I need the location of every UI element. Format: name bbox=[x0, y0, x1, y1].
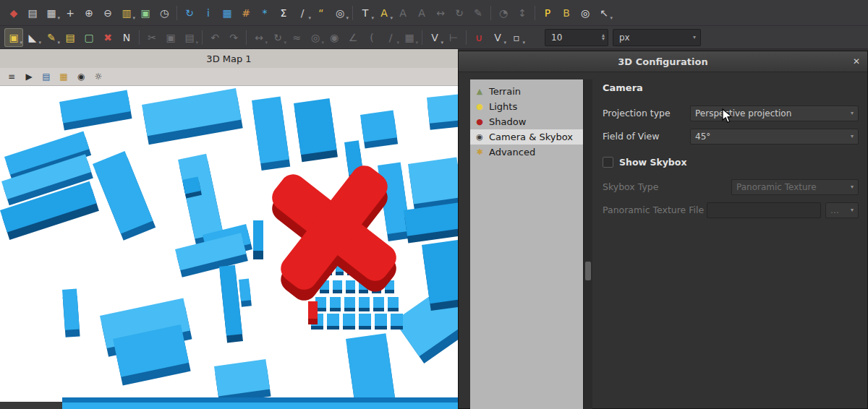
move-feature-icon[interactable]: ↔ ▾ bbox=[250, 28, 268, 47]
text-annotation-icon[interactable]: T ▾ bbox=[356, 4, 375, 22]
camera-control-icon[interactable]: ≡ bbox=[4, 69, 19, 84]
add-record-icon[interactable]: ▢ ▾ bbox=[80, 28, 98, 47]
pin-labels-icon[interactable]: A ▾ bbox=[393, 4, 412, 22]
rotate-feature-icon[interactable]: ↻ ▾ bbox=[268, 28, 287, 47]
save-layer-edits-icon[interactable]: ▤ ▾ bbox=[61, 28, 80, 47]
configure-icon[interactable]: ☼ bbox=[91, 69, 106, 84]
dialog-titlebar[interactable]: 3D Configuration ✕ bbox=[459, 51, 867, 72]
vertex-editor-panel-icon[interactable]: V ▾ bbox=[425, 28, 444, 47]
nav-item-shadow[interactable]: ● Shadow bbox=[470, 114, 583, 129]
show-skybox-label: Show Skybox bbox=[619, 157, 686, 168]
digitizing-buttons: ▣ ▾ ◣ ▾ ✎ ▾ ▤ ▾ ▢ ▾ ✖ ▾ N ▾ ✂ ▾ ▣ ▾ ▤ ▾ bbox=[4, 28, 526, 47]
python-console-icon[interactable]: P ▾ bbox=[538, 4, 557, 22]
toolbar-icon-glyph: ✖ bbox=[103, 33, 112, 43]
export-scene-icon[interactable]: ▦ bbox=[56, 69, 71, 84]
bookmarks-icon[interactable]: ▥ ▾ bbox=[117, 4, 136, 22]
label-options-icon[interactable]: A ▾ bbox=[375, 4, 393, 22]
open-data-source-icon[interactable]: ▤ ▾ bbox=[23, 4, 42, 22]
tracing-icon[interactable]: ▫ ▾ bbox=[507, 28, 526, 47]
whats-this-icon[interactable]: ↖ ▾ bbox=[595, 4, 613, 22]
reshape-features-icon[interactable]: ∠ ▾ bbox=[344, 28, 362, 47]
toggle-editing-icon[interactable]: ✎ ▾ bbox=[42, 28, 61, 47]
show-skybox-checkbox[interactable] bbox=[603, 157, 613, 168]
snapping-magnet-icon[interactable]: ∪ ▾ bbox=[469, 28, 488, 47]
split-features-icon[interactable]: / ▾ bbox=[381, 28, 400, 47]
style-manager-icon[interactable]: ◆ ▾ bbox=[4, 4, 23, 22]
toolbar-icon-glyph: ↻ bbox=[455, 8, 464, 18]
paste-features-icon[interactable]: ▤ ▾ bbox=[180, 28, 199, 47]
plugin-manager-icon[interactable]: B ▾ bbox=[557, 4, 576, 22]
snapping-mode-icon[interactable]: V ▾ bbox=[488, 28, 507, 47]
zoom-to-selection-icon[interactable]: ◎ ▾ bbox=[331, 4, 349, 22]
move-diagram-icon[interactable]: ↕ ▾ bbox=[513, 4, 532, 22]
zoom-in-icon[interactable]: ⊕ ▾ bbox=[80, 4, 98, 22]
projection-type-combo[interactable]: Perspective projection ▾ bbox=[690, 106, 859, 121]
statistical-summary-icon[interactable]: Σ ▾ bbox=[274, 4, 293, 22]
toolbar-icon-glyph: ✎ bbox=[47, 33, 56, 43]
map-tips-icon[interactable]: “ ▾ bbox=[312, 4, 331, 22]
refresh-map-icon[interactable]: ↻ ▾ bbox=[180, 4, 199, 22]
cut-features-icon[interactable]: ✂ ▾ bbox=[142, 28, 161, 47]
rotate-label-icon[interactable]: ↻ ▾ bbox=[450, 4, 469, 22]
toolbar-icon-glyph: ∪ bbox=[475, 33, 482, 43]
save-as-image-icon[interactable]: ▤ bbox=[39, 69, 54, 84]
nav-item-terrain[interactable]: ▲ Terrain bbox=[470, 84, 583, 99]
open-attribute-table-icon[interactable]: ▦ ▾ bbox=[218, 4, 237, 22]
temporal-controller-icon[interactable]: ◷ ▾ bbox=[155, 4, 174, 22]
simplify-feature-icon[interactable]: ≈ ▾ bbox=[287, 28, 306, 47]
dropdown-caret-icon: ▾ bbox=[321, 40, 324, 46]
nav-item-camera-skybox[interactable]: ◉ Camera & Skybox bbox=[470, 129, 583, 145]
3d-map-viewport[interactable] bbox=[0, 86, 458, 409]
nav-item-advanced[interactable]: ✱ Advanced bbox=[470, 145, 583, 160]
processing-toolbox-icon[interactable]: * ▾ bbox=[255, 4, 274, 22]
redo-icon[interactable]: ↷ ▾ bbox=[224, 28, 243, 47]
move-label-icon[interactable]: ↔ ▾ bbox=[431, 4, 450, 22]
skybox-type-label: Skybox Type bbox=[603, 181, 731, 192]
nav-item-lights[interactable]: ● Lights bbox=[470, 99, 583, 114]
spinbox-arrows[interactable]: ▴▾ bbox=[602, 34, 605, 41]
3d-map-panel: 3D Map 1 ≡ ▶ ▤ ▦ ◉ ☼ bbox=[0, 49, 458, 409]
combo-arrow-icon: ▾ bbox=[851, 207, 854, 213]
show-skybox-row: Show Skybox bbox=[603, 157, 859, 168]
spin-down-icon[interactable]: ▾ bbox=[602, 38, 605, 41]
browse-file-combo: … ▾ bbox=[825, 202, 859, 218]
field-of-view-combo[interactable]: 45° ▾ bbox=[690, 129, 859, 145]
undo-icon[interactable]: ↶ ▾ bbox=[205, 28, 224, 47]
scrollbar-thumb[interactable] bbox=[585, 262, 591, 280]
close-icon[interactable]: ✕ bbox=[850, 55, 863, 68]
delete-selected-icon[interactable]: ✖ ▾ bbox=[98, 28, 117, 47]
diagram-options-icon[interactable]: ◔ ▾ bbox=[494, 4, 513, 22]
combo-arrow-icon: ▾ bbox=[851, 133, 854, 139]
change-label-icon[interactable]: ✎ ▾ bbox=[469, 4, 488, 22]
copy-features-icon[interactable]: ▣ ▾ bbox=[161, 28, 180, 47]
play-animation-icon[interactable]: ▶ bbox=[22, 69, 36, 84]
nav-scrollbar[interactable] bbox=[583, 79, 592, 409]
snapping-tolerance-spinbox[interactable]: 10 ▴▾ bbox=[545, 29, 608, 46]
new-map-view-icon[interactable]: ▦ ▾ bbox=[42, 4, 61, 22]
zoom-out-icon[interactable]: ⊖ ▾ bbox=[98, 4, 117, 22]
search-locator-icon[interactable]: ◎ ▾ bbox=[576, 4, 595, 22]
map-toolbar-icon-glyph: ▦ bbox=[59, 72, 67, 81]
add-ring-icon[interactable]: ◎ ▾ bbox=[306, 28, 325, 47]
dropdown-caret-icon: ▾ bbox=[441, 40, 443, 46]
identify-features-icon[interactable]: i ▾ bbox=[199, 4, 218, 22]
set-view-theme-icon[interactable]: ◉ bbox=[74, 69, 88, 84]
measure-icon[interactable]: / ▾ bbox=[293, 4, 312, 22]
offset-curve-icon[interactable]: ( ▾ bbox=[362, 28, 381, 47]
toolbar-icon-glyph: ▦ bbox=[222, 8, 231, 18]
vertex-tool-icon[interactable]: ◣ ▾ bbox=[23, 28, 42, 47]
pan-map-icon[interactable]: + ▾ bbox=[61, 4, 80, 22]
toolbar-icon-glyph: ▤ bbox=[27, 8, 37, 18]
north-arrow-icon[interactable]: N ▾ bbox=[117, 28, 136, 47]
field-calculator-icon[interactable]: # ▾ bbox=[237, 4, 255, 22]
merge-features-icon[interactable]: ▦ ▾ bbox=[400, 28, 419, 47]
trim-extend-icon[interactable]: ⊢ ▾ bbox=[444, 28, 463, 47]
show-hidden-labels-icon[interactable]: A ▾ bbox=[412, 4, 431, 22]
add-part-icon[interactable]: ◉ ▾ bbox=[325, 28, 344, 47]
toolbar-icon-glyph: ↔ bbox=[436, 8, 445, 18]
current-edits-icon[interactable]: ▣ ▾ bbox=[4, 28, 23, 47]
layers-panel-icon[interactable]: ▣ ▾ bbox=[136, 4, 155, 22]
dialog-title-text: 3D Configuration bbox=[618, 56, 707, 67]
snapping-units-combo[interactable]: px ▾ bbox=[613, 29, 701, 46]
map-bottom-edge bbox=[0, 397, 458, 409]
